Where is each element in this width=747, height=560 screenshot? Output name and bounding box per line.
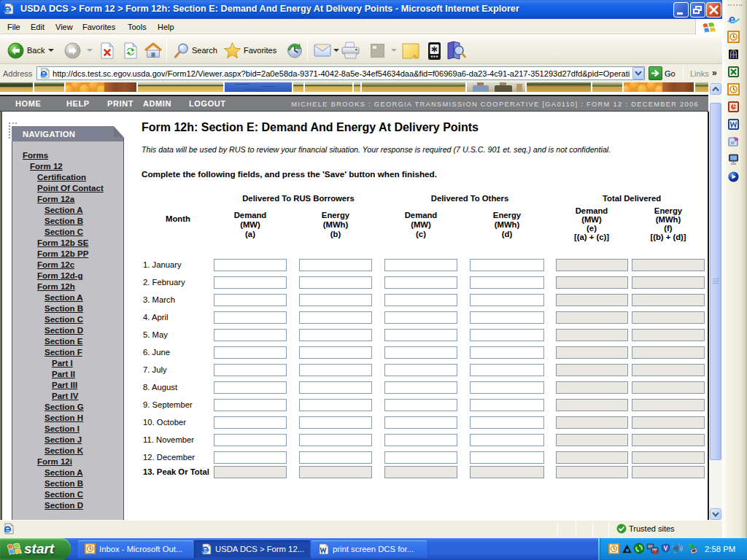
svg-text:e: e <box>729 13 735 26</box>
